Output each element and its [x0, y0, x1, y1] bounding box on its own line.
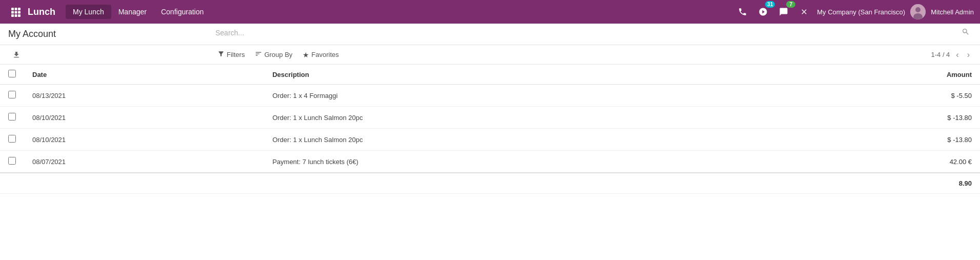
- activity-count: 31: [765, 1, 775, 8]
- nav-my-lunch[interactable]: My Lunch: [66, 5, 111, 19]
- svg-rect-1: [15, 8, 17, 10]
- total-check-cell: [0, 173, 24, 194]
- groupby-icon: [255, 50, 262, 59]
- select-all-checkbox[interactable]: [8, 70, 16, 77]
- filters-label: Filters: [227, 51, 245, 58]
- svg-rect-8: [18, 14, 21, 17]
- description-column-header[interactable]: Description: [264, 65, 779, 85]
- prev-page-button[interactable]: ‹: [954, 49, 961, 61]
- account-table: Date Description Amount 08/13/2021 Order…: [0, 65, 980, 194]
- row-amount: $ -13.80: [779, 107, 980, 129]
- navbar: Lunch My Lunch Manager Configuration 31 …: [0, 0, 980, 24]
- pagination-count: 1-4 / 4: [931, 51, 950, 58]
- nav-manager[interactable]: Manager: [111, 5, 154, 19]
- total-row: 8.90: [0, 173, 980, 194]
- row-checkbox[interactable]: [8, 157, 16, 165]
- svg-rect-7: [15, 14, 17, 17]
- amount-column-header[interactable]: Amount: [779, 65, 980, 85]
- star-icon: ★: [303, 51, 309, 59]
- row-checkbox[interactable]: [8, 91, 16, 98]
- select-all-header[interactable]: [0, 65, 24, 85]
- row-amount: $ -13.80: [779, 129, 980, 151]
- row-check-cell[interactable]: [0, 129, 24, 151]
- nav-configuration[interactable]: Configuration: [154, 5, 211, 19]
- svg-rect-3: [11, 11, 14, 14]
- table-row[interactable]: 08/10/2021 Order: 1 x Lunch Salmon 20pc …: [0, 107, 980, 129]
- svg-rect-5: [18, 11, 21, 14]
- table-row[interactable]: 08/10/2021 Order: 1 x Lunch Salmon 20pc …: [0, 129, 980, 151]
- total-amount: 8.90: [779, 173, 980, 194]
- row-date: 08/10/2021: [24, 107, 264, 129]
- search-button[interactable]: [959, 26, 972, 40]
- total-date-cell: [24, 173, 264, 194]
- nav-menu: My Lunch Manager Configuration: [66, 5, 735, 19]
- row-date: 08/07/2021: [24, 151, 264, 173]
- svg-rect-2: [18, 8, 21, 10]
- row-description: Order: 1 x Lunch Salmon 20pc: [264, 107, 779, 129]
- pagination-area: 1-4 / 4 ‹ ›: [931, 49, 972, 61]
- row-check-cell[interactable]: [0, 107, 24, 129]
- app-brand: Lunch: [28, 7, 55, 17]
- activity-badge-wrap[interactable]: 31: [755, 4, 771, 19]
- svg-rect-6: [11, 14, 14, 17]
- download-button[interactable]: [8, 49, 25, 61]
- groupby-button[interactable]: Group By: [251, 48, 296, 61]
- favorites-button[interactable]: ★ Favorites: [298, 49, 343, 61]
- date-column-header[interactable]: Date: [24, 65, 264, 85]
- table-row[interactable]: 08/13/2021 Order: 1 x 4 Formaggi $ -5.50: [0, 85, 980, 107]
- total-description-cell: [264, 173, 779, 194]
- phone-icon[interactable]: [735, 4, 750, 19]
- row-description: Payment: 7 lunch tickets (6€): [264, 151, 779, 173]
- row-description: Order: 1 x 4 Formaggi: [264, 85, 779, 107]
- groupby-label: Group By: [264, 51, 292, 58]
- navbar-right: 31 7 My Company (San Francisco) Mitchell…: [735, 4, 974, 19]
- row-date: 08/10/2021: [24, 129, 264, 151]
- filters-button[interactable]: Filters: [213, 48, 249, 61]
- chat-count: 7: [786, 1, 795, 8]
- row-checkbox[interactable]: [8, 135, 16, 143]
- row-description: Order: 1 x Lunch Salmon 20pc: [264, 129, 779, 151]
- user-name[interactable]: Mitchell Admin: [931, 8, 974, 16]
- row-amount: 42.00 €: [779, 151, 980, 173]
- row-check-cell[interactable]: [0, 85, 24, 107]
- table-row[interactable]: 08/07/2021 Payment: 7 lunch tickets (6€)…: [0, 151, 980, 173]
- svg-rect-0: [11, 8, 14, 10]
- apps-menu-button[interactable]: [6, 3, 25, 21]
- favorites-label: Favorites: [311, 51, 338, 58]
- search-input[interactable]: [213, 26, 959, 40]
- row-date: 08/13/2021: [24, 85, 264, 107]
- svg-point-10: [915, 7, 921, 12]
- next-page-button[interactable]: ›: [965, 49, 972, 61]
- table-container: Date Description Amount 08/13/2021 Order…: [0, 65, 980, 194]
- svg-rect-4: [15, 11, 17, 14]
- filter-icon: [217, 50, 225, 59]
- row-amount: $ -5.50: [779, 85, 980, 107]
- main-content: My Account Filters: [0, 24, 980, 260]
- company-name[interactable]: My Company (San Francisco): [817, 8, 905, 16]
- chat-badge-wrap[interactable]: 7: [776, 4, 791, 19]
- row-checkbox[interactable]: [8, 113, 16, 121]
- close-icon[interactable]: [796, 4, 812, 19]
- page-title: My Account: [8, 29, 56, 39]
- row-check-cell[interactable]: [0, 151, 24, 173]
- user-avatar[interactable]: [910, 4, 926, 19]
